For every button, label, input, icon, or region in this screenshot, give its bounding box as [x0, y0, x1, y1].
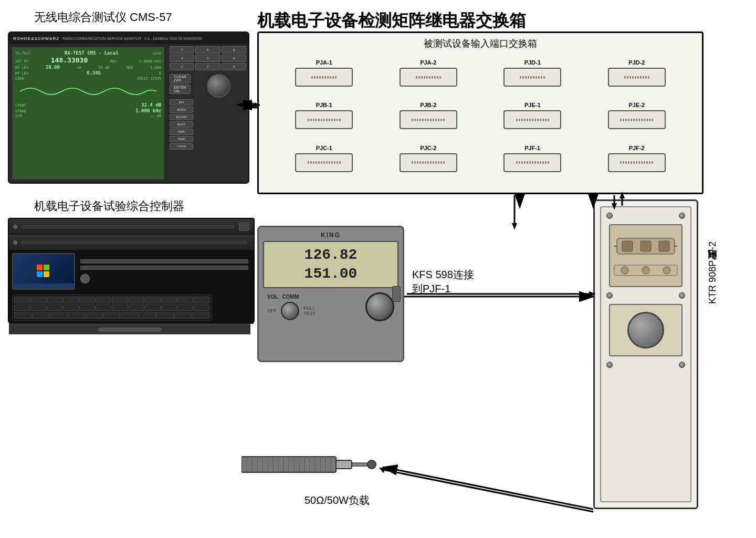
pin	[530, 76, 532, 79]
key-row2k	[177, 304, 193, 311]
kfs-vol-knob[interactable]	[281, 302, 299, 320]
connector-pja2-port	[400, 68, 457, 87]
svg-rect-30	[352, 463, 368, 466]
cms-btn-2[interactable]: 8	[195, 46, 220, 54]
pin	[652, 161, 653, 164]
cms-scope-btn[interactable]: SCOPE	[170, 114, 193, 120]
pin	[416, 76, 417, 79]
pin	[332, 76, 334, 79]
cms-bfi-btn[interactable]: BFI	[170, 99, 193, 106]
connector-pjc1-port	[295, 153, 353, 172]
pin	[537, 119, 539, 121]
key-row1	[14, 297, 30, 303]
kfs-side-knob[interactable]	[392, 286, 401, 302]
cms-btn-5[interactable]: 5	[195, 55, 220, 62]
cms-best-btn[interactable]: BEST	[170, 121, 193, 128]
pin	[337, 119, 338, 121]
cms-set-rf-label: SET RF	[15, 59, 28, 64]
cms-db1: 20 dB	[98, 66, 109, 70]
pin	[637, 76, 639, 79]
key-row1k	[177, 297, 193, 303]
ktr-screw-tr	[679, 213, 685, 219]
ktr-device-label: KTR 908电台到PJF-2	[706, 241, 719, 304]
cms-device-label: 无线电综合测试仪 CMS-57	[34, 9, 172, 25]
cms-clear-btn[interactable]: CLEAROFF	[170, 74, 191, 83]
pin	[430, 161, 432, 164]
connector-pje2: PJE-2	[587, 102, 687, 139]
cms-amp-btn[interactable]: AMP	[170, 129, 193, 135]
cms-btn-7[interactable]: 1	[170, 63, 194, 70]
computer-handle	[9, 324, 250, 334]
monitor-desktop	[13, 254, 74, 286]
pin	[632, 76, 634, 79]
cms-enter-btn[interactable]: ENTERON	[170, 85, 191, 94]
pin	[542, 119, 544, 121]
ktr-screw-tl	[606, 213, 613, 219]
pin	[548, 161, 549, 164]
key-row3	[14, 312, 32, 319]
cms-freq-unit: MHz	[110, 59, 117, 64]
cms-btn-8[interactable]: 2	[195, 63, 220, 70]
pin	[313, 119, 314, 121]
connector-pjb2: PJB-2	[379, 102, 478, 139]
cms-btn-6[interactable]: 6	[222, 55, 246, 62]
pin	[427, 161, 429, 164]
pin	[324, 76, 326, 79]
cms-time-btn[interactable]: TIME	[170, 136, 193, 142]
cms-btn-9[interactable]: 3	[222, 63, 246, 70]
pin	[629, 76, 631, 79]
pin	[319, 76, 321, 79]
computer-monitor	[12, 253, 75, 290]
ktr-component-1	[609, 224, 682, 287]
pin	[314, 76, 316, 79]
pin	[527, 119, 528, 121]
pin	[625, 119, 627, 121]
power-button[interactable]	[80, 274, 90, 283]
key-row1e	[79, 297, 95, 303]
cms-btn-3[interactable]: 9	[222, 46, 246, 54]
key-row3i	[156, 312, 174, 319]
kfs-connection-line1: KFS 598连接	[412, 268, 474, 282]
connector-pje2-port	[608, 110, 666, 129]
pin	[308, 161, 309, 164]
cms-btn-4[interactable]: 4	[170, 55, 194, 62]
pin	[545, 119, 547, 121]
cms-rf-lev1: 10.00	[46, 65, 60, 70]
cms-mod1-btn[interactable]: MOD1	[170, 107, 193, 113]
pin	[434, 76, 436, 79]
connector-pjd2: PJD-2	[587, 59, 687, 97]
cms-rf-lev1-unit: uU	[77, 66, 81, 70]
pin	[620, 161, 622, 164]
cms-btn-1[interactable]: 7	[170, 46, 194, 54]
pin	[311, 76, 313, 79]
pin	[339, 119, 341, 121]
key-row1l	[194, 297, 209, 303]
key-row3d	[68, 312, 85, 319]
pin	[330, 76, 331, 79]
cms-core-label: CORE	[15, 77, 24, 81]
computer-screen-unit	[9, 250, 254, 292]
pin	[648, 76, 649, 79]
svg-line-35	[383, 467, 593, 509]
rack-slot	[22, 225, 235, 228]
key-row2l	[194, 304, 209, 311]
pin	[627, 76, 628, 79]
key-row1d	[63, 297, 79, 303]
cms-stnad: 1.000 kHz	[135, 108, 161, 113]
pin	[326, 161, 328, 164]
pin	[313, 161, 314, 164]
connector-pjd1-label: PJD-1	[524, 59, 541, 66]
pin	[318, 119, 320, 121]
connector-pjf1-port	[503, 153, 561, 172]
cms-ypos-btn[interactable]: Y POS	[170, 143, 193, 150]
cms-main-knob[interactable]	[207, 74, 230, 98]
pin	[425, 161, 426, 164]
load-body	[242, 449, 378, 480]
ktr-inner	[600, 206, 691, 502]
cms-brand: ROHDE&SCHWARZ	[13, 36, 59, 41]
cms-mod-val: 2.400	[150, 66, 161, 70]
kfs-main-knob[interactable]	[365, 292, 394, 321]
pin	[636, 161, 637, 164]
cms-khz-label: 1.0000 kHz	[139, 59, 161, 64]
pin	[429, 76, 430, 79]
